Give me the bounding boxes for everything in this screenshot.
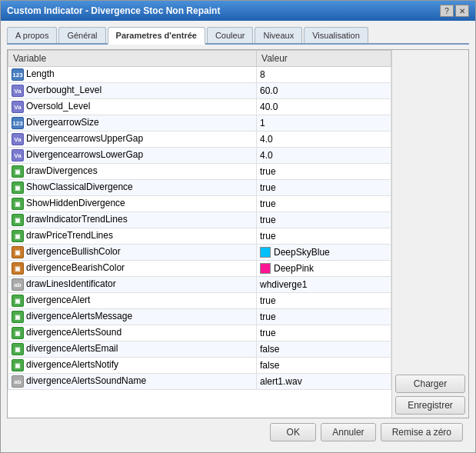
var-cell-divergenceBullishColor: ▣divergenceBullishColor [8, 245, 257, 261]
table-row[interactable]: ▣drawPriceTrendLinestrue [8, 228, 391, 245]
val-cell-Length: 8 [257, 67, 391, 83]
val-text-divergenceAlertsMessage: true [260, 311, 276, 322]
tab-général[interactable]: Général [58, 27, 105, 43]
var-name-divergenceAlertsNotify: divergenceAlertsNotify [26, 359, 118, 370]
var-name-divergenceBearishColor: divergenceBearishColor [26, 262, 125, 273]
table-row[interactable]: abdrawLinesIdentificatorwhdiverge1 [8, 277, 391, 293]
row-icon-divergenceAlertsSoundName: ab [12, 375, 24, 388]
val-text-drawLinesIdentificator: whdiverge1 [260, 279, 307, 290]
val-text-divergenceAlertsSound: true [260, 328, 276, 338]
table-row[interactable]: VaOversold_Level40.0 [8, 99, 391, 115]
val-text-Overbought_Level: 60.0 [260, 85, 278, 96]
val-cell-divergenceAlertsNotify: false [257, 358, 391, 374]
enregistrer-button[interactable]: Enregistrer [395, 396, 465, 415]
val-cell-divergenceAlertsSoundName: alert1.wav [257, 374, 391, 390]
val-text-drawDivergences: true [260, 166, 276, 177]
table-row[interactable]: 123DivergearrowSize1 [8, 115, 391, 132]
help-button[interactable]: ? [440, 5, 454, 17]
val-text-divergenceAlertsEmail: false [260, 344, 279, 355]
table-row[interactable]: ▣divergenceAlertsSoundtrue [8, 325, 391, 341]
var-name-drawIndicatorTrendLines: drawIndicatorTrendLines [26, 214, 128, 225]
params-table-container: Variable Valeur 123Length8VaOverbought_L… [8, 50, 391, 418]
val-text-Oversold_Level: 40.0 [260, 102, 278, 112]
row-icon-divergenceAlertsSound: ▣ [12, 327, 24, 339]
row-icon-DivergencearrowsUpperGap: Va [12, 133, 24, 145]
ok-button[interactable]: OK [270, 423, 316, 441]
table-row[interactable]: ▣drawDivergencestrue [8, 164, 391, 180]
charger-button[interactable]: Charger [395, 375, 465, 393]
tab-niveaux[interactable]: Niveaux [255, 27, 302, 43]
var-cell-Oversold_Level: VaOversold_Level [8, 99, 257, 115]
table-row[interactable]: ▣divergenceAlertsEmailfalse [8, 341, 391, 358]
row-icon-divergenceAlertsNotify: ▣ [12, 359, 24, 371]
annuler-button[interactable]: Annuler [321, 423, 375, 441]
val-cell-Overbought_Level: 60.0 [257, 83, 391, 99]
table-row[interactable]: abdivergenceAlertsSoundNamealert1.wav [8, 374, 391, 390]
val-cell-drawIndicatorTrendLines: true [257, 212, 391, 228]
table-row[interactable]: ▣divergenceBearishColorDeepPink [8, 261, 391, 277]
var-cell-drawPriceTrendLines: ▣drawPriceTrendLines [8, 228, 257, 245]
val-cell-divergenceAlert: true [257, 293, 391, 309]
row-icon-divergenceAlertsEmail: ▣ [12, 343, 24, 355]
var-name-Oversold_Level: Oversold_Level [26, 101, 90, 112]
row-icon-divergenceAlertsMessage: ▣ [12, 311, 24, 323]
val-text-ShowHiddenDivergence: true [260, 198, 276, 209]
content-area: Variable Valeur 123Length8VaOverbought_L… [7, 49, 469, 418]
row-icon-drawPriceTrendLines: ▣ [12, 230, 24, 242]
val-cell-DivergencearrowsLowerGap: 4.0 [257, 148, 391, 164]
val-cell-drawPriceTrendLines: true [257, 228, 391, 245]
tab-parametres-d-entrée[interactable]: Parametres d'entrée [108, 27, 205, 45]
table-row[interactable]: VaDivergencearrowsLowerGap4.0 [8, 148, 391, 164]
var-cell-divergenceAlertsMessage: ▣divergenceAlertsMessage [8, 309, 257, 325]
var-cell-divergenceAlertsNotify: ▣divergenceAlertsNotify [8, 358, 257, 374]
val-text-DivergencearrowsUpperGap: 4.0 [260, 134, 273, 145]
val-text-DivergencearrowsLowerGap: 4.0 [260, 150, 273, 161]
var-cell-ShowClassicalDivergence: ▣ShowClassicalDivergence [8, 180, 257, 196]
row-icon-divergenceBearishColor: ▣ [12, 262, 24, 275]
row-icon-Overbought_Level: Va [12, 85, 24, 97]
tab-visualisation[interactable]: Visualisation [304, 27, 368, 43]
table-row[interactable]: ▣ShowClassicalDivergencetrue [8, 180, 391, 196]
row-icon-drawLinesIdentificator: ab [12, 278, 24, 291]
var-name-Length: Length [26, 68, 55, 79]
remise-a-zero-button[interactable]: Remise a zéro [381, 423, 463, 441]
var-name-DivergencearrowsLowerGap: DivergencearrowsLowerGap [26, 149, 143, 160]
var-cell-divergenceAlertsSoundName: abdivergenceAlertsSoundName [8, 374, 257, 390]
window-title: Custom Indicator - Divergence Stoc Non R… [7, 5, 220, 16]
var-name-drawLinesIdentificator: drawLinesIdentificator [26, 278, 116, 289]
var-name-divergenceAlertsSound: divergenceAlertsSound [26, 327, 121, 338]
col-variable: Variable [8, 51, 257, 67]
var-name-divergenceAlertsMessage: divergenceAlertsMessage [26, 311, 132, 321]
window-body: A proposGénéralParametres d'entréeCouleu… [1, 21, 475, 452]
row-icon-divergenceAlert: ▣ [12, 295, 24, 307]
tab-couleur[interactable]: Couleur [207, 27, 254, 43]
table-row[interactable]: ▣divergenceAlerttrue [8, 293, 391, 309]
var-name-divergenceAlertsEmail: divergenceAlertsEmail [26, 343, 118, 354]
var-name-DivergencearrowsUpperGap: DivergencearrowsUpperGap [26, 133, 143, 144]
table-row[interactable]: ▣drawIndicatorTrendLinestrue [8, 212, 391, 228]
table-row[interactable]: 123Length8 [8, 67, 391, 83]
table-row[interactable]: VaOverbought_Level60.0 [8, 83, 391, 99]
val-text-drawIndicatorTrendLines: true [260, 215, 276, 225]
close-button[interactable]: ✕ [455, 5, 469, 17]
val-cell-DivergencearrowsUpperGap: 4.0 [257, 132, 391, 148]
table-row[interactable]: ▣divergenceBullishColorDeepSkyBlue [8, 245, 391, 261]
row-icon-Oversold_Level: Va [12, 101, 24, 113]
val-cell-DivergearrowSize: 1 [257, 115, 391, 132]
val-text-Length: 8 [260, 69, 265, 80]
main-window: Custom Indicator - Divergence Stoc Non R… [0, 0, 476, 453]
val-text-ShowClassicalDivergence: true [260, 182, 276, 193]
row-icon-DivergearrowSize: 123 [12, 117, 24, 129]
val-text-DivergearrowSize: 1 [260, 118, 265, 128]
table-row[interactable]: VaDivergencearrowsUpperGap4.0 [8, 132, 391, 148]
table-row[interactable]: ▣divergenceAlertsMessagetrue [8, 309, 391, 325]
table-row[interactable]: ▣ShowHiddenDivergencetrue [8, 196, 391, 212]
var-name-divergenceBullishColor: divergenceBullishColor [26, 246, 121, 257]
var-cell-divergenceAlert: ▣divergenceAlert [8, 293, 257, 309]
var-name-drawDivergences: drawDivergences [26, 165, 98, 176]
table-row[interactable]: ▣divergenceAlertsNotifyfalse [8, 358, 391, 374]
val-cell-ShowClassicalDivergence: true [257, 180, 391, 196]
var-name-drawPriceTrendLines: drawPriceTrendLines [26, 230, 113, 241]
tab-a-propos[interactable]: A propos [7, 27, 57, 43]
var-cell-Length: 123Length [8, 67, 257, 83]
